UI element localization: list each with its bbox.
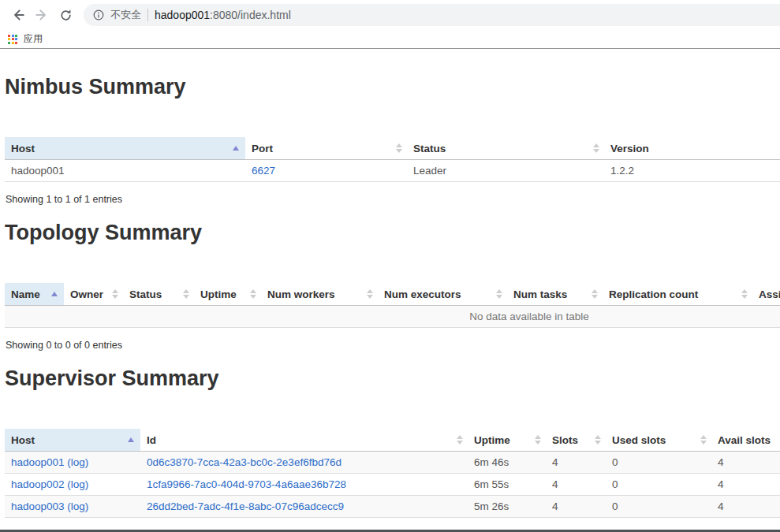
supervisor-used-slots-cell: 0: [606, 452, 711, 474]
column-header-avail-slots[interactable]: Avail slots: [711, 429, 780, 452]
column-label: Port: [252, 143, 273, 154]
column-label: Num executors: [384, 288, 461, 300]
column-header-num-tasks[interactable]: Num tasks: [507, 283, 603, 306]
column-header-port[interactable]: Port: [245, 137, 407, 160]
info-icon: [93, 9, 104, 20]
security-label[interactable]: 不安全: [110, 8, 141, 22]
sort-ascending-icon: [128, 437, 134, 442]
supervisor-id-cell: 0d6c3870-7cca-42a3-bc0c-2e3ef6fbd76d: [140, 452, 468, 474]
url-text: hadoop001:8080/index.html: [155, 9, 291, 21]
column-label: Used slots: [612, 434, 666, 446]
column-header-status[interactable]: Status: [407, 137, 604, 160]
sort-icon: [183, 289, 189, 299]
column-header-status[interactable]: Status: [123, 283, 194, 306]
column-header-name[interactable]: Name: [5, 283, 64, 306]
forward-arrow-icon: [35, 8, 49, 22]
sort-ascending-icon: [233, 146, 239, 151]
column-label: Version: [610, 143, 649, 154]
nimbus-header-row: Host Port Status Version: [5, 137, 780, 160]
sort-icon: [535, 435, 541, 445]
column-label: Status: [129, 288, 162, 300]
column-label: Avail slots: [718, 434, 771, 446]
reload-button[interactable]: [54, 3, 77, 27]
forward-button[interactable]: [30, 3, 54, 27]
sort-icon: [496, 289, 502, 299]
supervisor-slots-cell: 4: [546, 474, 606, 496]
column-header-id[interactable]: Id: [140, 429, 468, 452]
sort-icon: [367, 289, 373, 299]
column-header-num-executors[interactable]: Num executors: [378, 283, 507, 306]
column-header-slots[interactable]: Slots: [546, 429, 606, 452]
supervisor-slots-cell: 4: [546, 496, 606, 518]
back-arrow-icon: [11, 8, 25, 22]
column-header-host[interactable]: Host: [5, 429, 140, 452]
column-header-version[interactable]: Version: [604, 137, 780, 160]
column-header-host[interactable]: Host: [5, 137, 245, 160]
supervisor-used-slots-cell: 0: [606, 474, 711, 496]
column-header-assigned-mem[interactable]: Assigned Mem (MB): [752, 283, 780, 306]
nimbus-summary-title: Nimbus Summary: [5, 75, 780, 99]
column-header-replication-count[interactable]: Replication count: [603, 283, 752, 306]
column-label: Num tasks: [513, 288, 567, 300]
column-label: Replication count: [609, 288, 698, 300]
nimbus-host-cell: hadoop001: [5, 160, 245, 182]
column-label: Owner: [70, 288, 103, 300]
sort-icon: [593, 143, 599, 153]
supervisor-host-link[interactable]: hadoop001 (log): [11, 456, 88, 468]
column-label: Assigned Mem (MB): [759, 288, 780, 300]
apps-grid-icon[interactable]: [8, 35, 17, 44]
nimbus-port-cell: 6627: [245, 160, 407, 182]
browser-toolbar: 不安全 hadoop001:8080/index.html: [0, 0, 780, 30]
supervisor-id-link[interactable]: 26dd2bed-7adc-4f1e-8abc-07c96adcecc9: [147, 500, 344, 512]
nimbus-port-link[interactable]: 6627: [252, 165, 275, 177]
supervisor-id-link[interactable]: 0d6c3870-7cca-42a3-bc0c-2e3ef6fbd76d: [147, 456, 341, 468]
nimbus-version-cell: 1.2.2: [604, 160, 780, 182]
supervisor-host-link[interactable]: hadoop002 (log): [11, 478, 88, 490]
reload-icon: [59, 9, 73, 22]
supervisor-slots-cell: 4: [546, 452, 606, 474]
column-label: Host: [11, 434, 35, 446]
supervisor-avail-slots-cell: 4: [711, 452, 780, 474]
supervisor-avail-slots-cell: 4: [711, 474, 780, 496]
column-label: Slots: [552, 434, 578, 446]
table-row: hadoop002 (log) 1cfa9966-7ac0-404d-9703-…: [5, 474, 780, 496]
supervisor-id-cell: 26dd2bed-7adc-4f1e-8abc-07c96adcecc9: [140, 496, 468, 518]
column-header-uptime[interactable]: Uptime: [194, 283, 261, 306]
topology-table-info: Showing 0 to 0 of 0 entries: [6, 340, 780, 351]
column-header-owner[interactable]: Owner: [64, 283, 123, 306]
topology-header-row: Name Owner Status Uptime Num workers Num…: [5, 283, 780, 306]
supervisor-used-slots-cell: 0: [606, 496, 711, 518]
supervisor-host-cell: hadoop001 (log): [5, 452, 140, 474]
topology-summary-title: Topology Summary: [5, 221, 780, 245]
column-label: Uptime: [200, 288, 237, 300]
url-host: hadoop001: [155, 9, 210, 21]
topology-table-viewport: Name Owner Status Uptime Num workers Num…: [5, 283, 780, 328]
storm-ui-page: Nimbus Summary Host Port Status Version …: [0, 75, 780, 518]
column-label: Num workers: [267, 288, 335, 300]
column-header-num-workers[interactable]: Num workers: [261, 283, 378, 306]
sort-icon: [741, 289, 748, 299]
bookmarks-bar: 应用: [0, 30, 780, 49]
sort-icon: [457, 435, 463, 445]
sort-icon: [592, 289, 598, 299]
sort-ascending-icon: [51, 292, 58, 296]
sort-icon: [595, 435, 601, 445]
url-path: :8080/index.html: [210, 9, 291, 21]
supervisor-header-row: Host Id Uptime Slots Used slots Avail sl…: [5, 429, 780, 452]
nimbus-status-cell: Leader: [407, 160, 604, 182]
omnibox-separator: [147, 9, 148, 21]
supervisor-host-cell: hadoop003 (log): [5, 496, 140, 518]
column-header-uptime[interactable]: Uptime: [468, 429, 546, 452]
column-header-used-slots[interactable]: Used slots: [606, 429, 711, 452]
supervisor-host-link[interactable]: hadoop003 (log): [11, 500, 88, 512]
sort-icon: [250, 289, 256, 299]
address-bar[interactable]: 不安全 hadoop001:8080/index.html: [84, 4, 780, 26]
supervisor-id-link[interactable]: 1cfa9966-7ac0-404d-9703-4a6aae36b728: [147, 478, 346, 490]
sort-icon: [700, 435, 707, 445]
supervisor-avail-slots-cell: 4: [711, 496, 780, 518]
sort-icon: [112, 289, 118, 299]
bookmark-apps-label[interactable]: 应用: [24, 32, 43, 46]
topology-summary-table: Name Owner Status Uptime Num workers Num…: [5, 283, 780, 328]
back-button[interactable]: [6, 3, 30, 27]
supervisor-uptime-cell: 5m 26s: [468, 496, 546, 518]
